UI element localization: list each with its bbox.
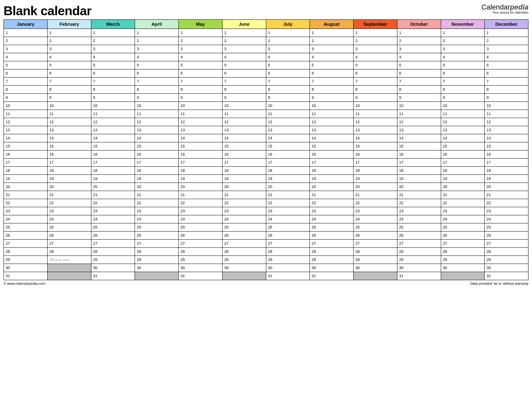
day-cell: 20 <box>178 183 222 191</box>
day-cell: 18 <box>397 166 441 175</box>
day-cell: 19 <box>4 175 47 183</box>
day-cell: 10 <box>91 102 135 110</box>
day-cell: 10 <box>310 102 354 110</box>
day-cell: 30 <box>441 264 485 272</box>
day-cell: 21 <box>222 191 266 199</box>
day-cell: 15 <box>354 142 397 150</box>
month-header-july: July <box>266 19 310 29</box>
day-cell: 29 <box>178 256 222 264</box>
day-cell: 8 <box>178 86 222 93</box>
day-cell: 19 <box>266 175 310 183</box>
day-cell: 26 <box>47 231 91 240</box>
day-cell: 24 <box>310 215 354 223</box>
day-cell: 28 <box>266 248 310 256</box>
day-cell: 7 <box>310 77 354 86</box>
month-header-march: March <box>91 19 135 29</box>
day-cell: 10 <box>4 102 47 110</box>
day-cell: 12 <box>354 118 397 126</box>
day-cell: 2 <box>135 37 178 45</box>
day-cell: 7 <box>354 77 397 86</box>
day-cell: 8 <box>397 86 441 93</box>
day-cell: 21 <box>397 191 441 199</box>
day-row-9: 999999999999 <box>4 93 528 102</box>
day-cell: 21 <box>4 191 47 199</box>
day-cell: 16 <box>222 150 266 158</box>
day-cell: 3 <box>354 45 397 53</box>
day-cell: 18 <box>266 166 310 175</box>
day-cell: 31 <box>91 272 135 280</box>
day-cell: 13 <box>91 126 135 134</box>
day-cell: 13 <box>441 126 485 134</box>
blocked-cell <box>47 272 91 280</box>
day-cell: 20 <box>485 183 528 191</box>
day-cell: 12 <box>441 118 485 126</box>
day-cell: 26 <box>397 231 441 240</box>
day-row-18: 181818181818181818181818 <box>4 166 528 175</box>
day-cell: 28 <box>135 248 178 256</box>
day-row-16: 161616161616161616161616 <box>4 150 528 158</box>
day-cell: 29(2016, 2020) <box>47 256 91 264</box>
day-cell: 29 <box>310 256 354 264</box>
day-cell: 9 <box>397 93 441 102</box>
day-cell: 20 <box>91 183 135 191</box>
day-cell: 18 <box>4 166 47 175</box>
day-cell: 28 <box>178 248 222 256</box>
day-cell: 17 <box>91 158 135 166</box>
day-row-15: 151515151515151515151515 <box>4 142 528 150</box>
day-cell: 3 <box>485 45 528 53</box>
day-cell: 23 <box>47 207 91 215</box>
brand-suffix: pedia <box>510 3 528 11</box>
day-cell: 29 <box>397 256 441 264</box>
blocked-cell <box>135 272 178 280</box>
day-cell: 3 <box>222 45 266 53</box>
day-cell: 14 <box>485 134 528 142</box>
day-cell: 20 <box>397 183 441 191</box>
day-cell: 2 <box>91 37 135 45</box>
day-cell: 29 <box>135 256 178 264</box>
day-cell: 8 <box>485 86 528 93</box>
day-cell: 4 <box>178 53 222 61</box>
day-cell: 3 <box>310 45 354 53</box>
day-cell: 19 <box>485 175 528 183</box>
day-cell: 29 <box>485 256 528 264</box>
day-cell: 8 <box>441 86 485 93</box>
day-cell: 5 <box>441 61 485 69</box>
day-cell: 10 <box>354 102 397 110</box>
day-cell: 21 <box>178 191 222 199</box>
day-row-8: 888888888888 <box>4 86 528 93</box>
day-cell: 15 <box>4 142 47 150</box>
month-header-row: JanuaryFebruaryMarchAprilMayJuneJulyAugu… <box>4 19 528 29</box>
day-cell: 17 <box>4 158 47 166</box>
day-cell: 24 <box>135 215 178 223</box>
day-cell: 15 <box>310 142 354 150</box>
day-cell: 29 <box>91 256 135 264</box>
day-row-6: 666666666666 <box>4 69 528 77</box>
day-cell: 24 <box>47 215 91 223</box>
day-row-14: 141414141414141414141414 <box>4 134 528 142</box>
day-row-21: 212121212121212121212121 <box>4 191 528 199</box>
day-cell: 27 <box>4 240 47 248</box>
day-cell: 6 <box>441 69 485 77</box>
day-cell: 27 <box>397 240 441 248</box>
day-cell: 9 <box>47 93 91 102</box>
day-cell: 16 <box>441 150 485 158</box>
day-cell: 25 <box>4 223 47 231</box>
day-row-30: 3030303030303030303030 <box>4 264 528 272</box>
day-cell: 26 <box>222 231 266 240</box>
day-cell: 9 <box>91 93 135 102</box>
day-cell: 1 <box>91 29 135 37</box>
month-header-april: April <box>135 19 178 29</box>
day-cell: 30 <box>91 264 135 272</box>
day-cell: 5 <box>222 61 266 69</box>
day-cell: 1 <box>441 29 485 37</box>
day-cell: 5 <box>485 61 528 69</box>
day-cell: 14 <box>47 134 91 142</box>
brand-block: Calendarpedia Your source for calendars <box>481 4 528 14</box>
blocked-cell <box>47 264 91 272</box>
day-cell: 22 <box>47 199 91 207</box>
day-cell: 26 <box>4 231 47 240</box>
day-cell: 11 <box>485 110 528 118</box>
day-cell: 28 <box>397 248 441 256</box>
month-header-august: August <box>310 19 354 29</box>
day-row-2: 222222222222 <box>4 37 528 45</box>
